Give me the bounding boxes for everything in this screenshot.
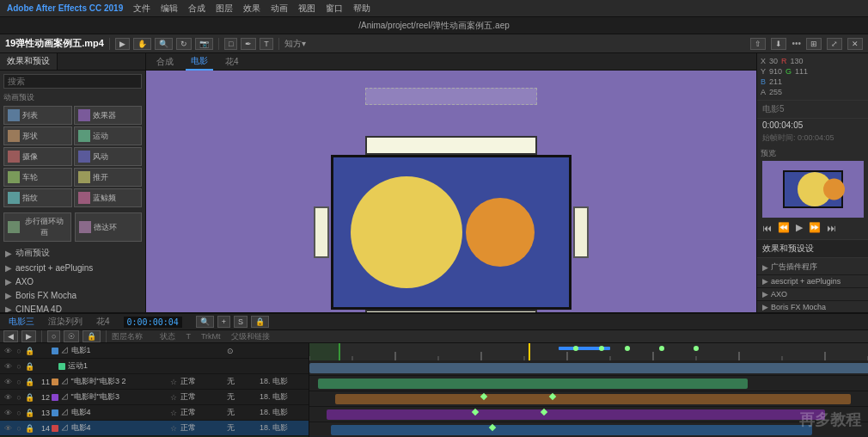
timeline-tab-2[interactable]: 花4: [93, 314, 113, 329]
effect-item-3[interactable]: ▶ Boris FX Mocha: [3, 289, 142, 302]
layer-1-vis[interactable]: 👁: [2, 362, 14, 371]
tl-solo-btn[interactable]: S: [234, 316, 248, 328]
layer-2-name: ⊿ "电影时"电影3 2: [61, 376, 167, 387]
layer-4-vis[interactable]: 👁: [2, 409, 14, 417]
timeline-tab-0[interactable]: 电影三: [5, 314, 38, 329]
tool-pen[interactable]: ✒: [241, 38, 256, 50]
effects-search-input[interactable]: [3, 74, 142, 89]
plugin-item-0[interactable]: ▶ 广告插件程序: [757, 260, 868, 275]
tl-btn-1[interactable]: ◀: [3, 330, 18, 342]
effect-item-2[interactable]: ▶ AXO: [3, 275, 142, 288]
layer-1-lock[interactable]: 🔒: [24, 362, 34, 371]
grid-icon[interactable]: ⊞: [806, 38, 822, 50]
preset-fingerprint[interactable]: 指纹: [3, 188, 72, 207]
menu-edit[interactable]: 编辑: [161, 3, 178, 15]
expand-icon[interactable]: ⤢: [827, 38, 842, 50]
layer-3-name: ⊿ "电影时"电影3: [61, 391, 167, 403]
tl-lock-global[interactable]: 🔒: [83, 330, 101, 342]
layer-1-solo[interactable]: ○: [14, 362, 24, 371]
preset-effects-label: 效果器: [93, 110, 116, 121]
svg-point-23: [625, 346, 630, 351]
layer-2-vis[interactable]: 👁: [2, 378, 14, 386]
monitor-top-bar: [365, 136, 537, 155]
menu-composition[interactable]: 合成: [188, 3, 205, 15]
layer-3-vis[interactable]: 👁: [2, 393, 14, 402]
preset-camera[interactable]: 摄像: [3, 147, 72, 166]
tl-search-btn[interactable]: 🔍: [196, 316, 214, 328]
menu-file[interactable]: 文件: [133, 3, 150, 15]
preset-effects[interactable]: 效果器: [74, 106, 143, 125]
tl-btn-2[interactable]: ▶: [21, 330, 36, 342]
tl-solo-global[interactable]: ☉: [64, 330, 79, 342]
menu-effects[interactable]: 效果: [243, 3, 260, 15]
tool-zoom[interactable]: 🔍: [155, 38, 173, 50]
layer-3-solo[interactable]: ○: [14, 393, 24, 402]
menu-help[interactable]: 帮助: [353, 3, 370, 15]
timeline-tab-2-label: 花4: [96, 317, 110, 326]
preset-push[interactable]: 推开: [74, 168, 143, 187]
menu-window[interactable]: 窗口: [326, 3, 343, 15]
menu-animation[interactable]: 动画: [271, 3, 288, 15]
app-name[interactable]: Adobe After Effects CC 2019: [7, 3, 123, 13]
plugin-item-2[interactable]: ▶ AXO: [757, 288, 868, 301]
preset-whale[interactable]: 蓝鲸频: [74, 188, 143, 207]
timeline-timecode[interactable]: 0:00:00:04: [124, 317, 182, 328]
preset-motion[interactable]: 运动: [74, 126, 143, 145]
effect-item-1[interactable]: ▶ aescript + aePlugins: [3, 262, 142, 274]
tool-camera[interactable]: 📷: [195, 38, 213, 50]
comp-tab-active[interactable]: 电影: [186, 53, 213, 71]
menu-view[interactable]: 视图: [298, 3, 315, 15]
a-label: A: [761, 88, 766, 96]
tool-rotate[interactable]: ↻: [176, 38, 192, 50]
close-panel-btn[interactable]: ✕: [847, 38, 863, 50]
timeline-track-area[interactable]: [309, 343, 868, 437]
comp-tab-flower[interactable]: 花4: [220, 54, 244, 70]
download-icon[interactable]: ⬇: [771, 38, 786, 50]
tool-rect[interactable]: □: [224, 38, 237, 50]
layer-row-4[interactable]: 👁 ○ 🔒 13 ⊿ 电影4 ☆ 正常 无 18. 电影: [0, 405, 309, 421]
preset-cycle[interactable]: 德达环: [75, 212, 143, 242]
layer-row-3[interactable]: 👁 ○ 🔒 12 ⊿ "电影时"电影3 ☆ 正常 无 18. 电影: [0, 390, 309, 405]
panel-tab-effects[interactable]: 效果和预设: [0, 53, 58, 70]
layer-0-vis[interactable]: 👁: [2, 347, 14, 355]
info-text: 知方▾: [284, 38, 306, 50]
layer-3-lock[interactable]: 🔒: [24, 393, 34, 402]
prev-play-btn[interactable]: ▶: [794, 222, 804, 233]
layer-row-2[interactable]: 👁 ○ 🔒 11 ⊿ "电影时"电影3 2 ☆ 正常 无 18. 电影: [0, 374, 309, 390]
layer-row-0[interactable]: 👁 ○ 🔒 ⊿ 电影1 ⊙: [0, 343, 309, 359]
comp-tab-main[interactable]: 合成: [151, 54, 179, 70]
layer-row-1[interactable]: 👁 ○ 🔒 运动1: [0, 359, 309, 374]
svg-point-25: [694, 346, 699, 351]
layer-4-solo[interactable]: ○: [14, 409, 24, 417]
layer-2-solo[interactable]: ○: [14, 378, 24, 386]
timeline-tab-1[interactable]: 渲染列列: [45, 314, 86, 329]
tl-add-btn[interactable]: +: [217, 316, 230, 328]
tl-lock-btn[interactable]: 🔒: [251, 316, 269, 328]
preset-walk[interactable]: 步行循环动画: [3, 212, 71, 242]
layer-2-lock[interactable]: 🔒: [24, 378, 34, 386]
preset-wheel[interactable]: 车轮: [3, 168, 72, 187]
tl-enable-btn[interactable]: ○: [47, 330, 60, 342]
layer-5-vis[interactable]: 👁: [2, 424, 14, 433]
layer-0-solo[interactable]: ○: [14, 347, 24, 355]
preset-list[interactable]: 列表: [3, 106, 72, 125]
layer-5-lock[interactable]: 🔒: [24, 424, 34, 433]
prev-next-btn[interactable]: ⏩: [807, 222, 822, 233]
preset-wind[interactable]: 风动: [74, 147, 143, 166]
plugin-item-1[interactable]: ▶ aescript + aePlugins: [757, 275, 868, 288]
layer-row-5[interactable]: 👁 ○ 🔒 14 ⊿ 电影4 ☆ 正常 无 18. 电影: [0, 421, 309, 436]
prev-last-btn[interactable]: ⏭: [825, 223, 838, 233]
prev-prev-btn[interactable]: ⏪: [776, 222, 792, 233]
layer-5-solo[interactable]: ○: [14, 424, 24, 433]
layer-4-lock[interactable]: 🔒: [24, 409, 34, 417]
menu-layer[interactable]: 图层: [216, 3, 233, 15]
effect-item-0[interactable]: ▶ 动画预设: [3, 245, 142, 261]
dots-menu[interactable]: •••: [792, 39, 801, 48]
share-icon[interactable]: ⇧: [750, 38, 766, 50]
tool-select[interactable]: ▶: [115, 38, 130, 50]
tool-text[interactable]: T: [260, 38, 273, 50]
preset-shape[interactable]: 形状: [3, 126, 72, 145]
prev-first-btn[interactable]: ⏮: [761, 223, 773, 233]
layer-0-lock[interactable]: 🔒: [24, 347, 34, 355]
tool-hand[interactable]: ✋: [133, 38, 151, 50]
